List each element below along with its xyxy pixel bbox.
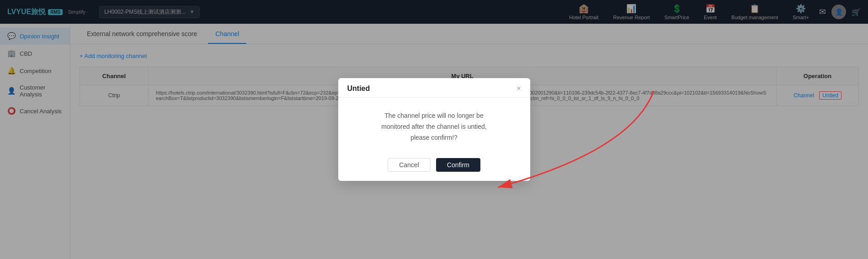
dialog-body-line3: please confirm!? (347, 132, 521, 143)
dialog-header: Untied × (338, 78, 530, 98)
dialog-body: The channel price will no longer be moni… (338, 98, 530, 152)
dialog-title: Untied (347, 85, 370, 93)
confirm-button[interactable]: Confirm (436, 158, 480, 172)
untied-dialog: Untied × The channel price will no longe… (338, 78, 530, 180)
dialog-body-line1: The channel price will no longer be (347, 111, 521, 122)
modal-overlay: Untied × The channel price will no longe… (0, 0, 868, 259)
cancel-button[interactable]: Cancel (388, 158, 431, 172)
dialog-body-line2: monitored after the channel is untied, (347, 122, 521, 132)
dialog-footer: Cancel Confirm (338, 153, 530, 181)
dialog-close-button[interactable]: × (517, 85, 521, 93)
